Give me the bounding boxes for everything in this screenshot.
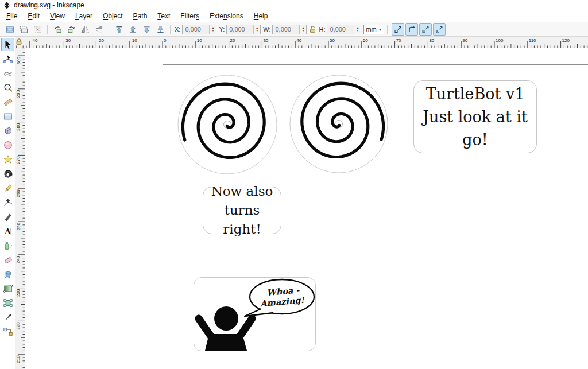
cheering-person-figure[interactable]: Whoa - Amazing!	[194, 277, 316, 351]
measure-tool-button[interactable]	[1, 95, 14, 108]
svg-text:90: 90	[462, 38, 467, 43]
dropper-tool-button[interactable]	[1, 310, 14, 324]
svg-text:80: 80	[429, 38, 434, 43]
svg-text:50: 50	[330, 38, 335, 43]
y-spinner[interactable]: ▲▼	[253, 25, 260, 34]
h-spinner[interactable]: ▲▼	[354, 25, 361, 34]
svg-text:-10: -10	[130, 38, 137, 43]
menu-edit[interactable]: Edit	[22, 11, 45, 22]
text-tool-button[interactable]: A	[1, 224, 14, 238]
w-field-label: W:	[263, 26, 270, 33]
lock-open-icon[interactable]	[310, 26, 316, 33]
scale-stroke-toggle[interactable]	[392, 23, 404, 36]
star-tool-button[interactable]	[1, 153, 14, 166]
menu-view[interactable]: View	[45, 11, 70, 22]
w-field: W: 0,000 ▲▼	[263, 25, 307, 34]
select-all-button[interactable]	[3, 23, 16, 36]
svg-text:290: 290	[16, 90, 21, 98]
w-input[interactable]: 0,000 ▲▼	[272, 25, 307, 34]
rectangle-tool-button[interactable]	[1, 110, 14, 123]
menu-help[interactable]: Help	[249, 11, 273, 22]
bezier-tool-button[interactable]	[1, 196, 14, 209]
lower-button[interactable]	[140, 23, 153, 36]
connector-tool-button[interactable]	[1, 325, 14, 338]
menu-extensions[interactable]: Extensions	[204, 11, 249, 22]
svg-text:-20: -20	[97, 38, 104, 43]
y-input[interactable]: 0,000 ▲▼	[226, 25, 261, 34]
svg-text:20: 20	[230, 38, 235, 43]
turns-right-label-line1: Now also	[211, 182, 273, 201]
eraser-tool-button[interactable]	[1, 253, 14, 266]
svg-text:70: 70	[396, 38, 401, 43]
menu-bar: FileEditViewLayerObjectPathTextFiltersEx…	[0, 10, 588, 22]
zoom-tool-button[interactable]	[1, 81, 14, 94]
rotate-90-cw-button[interactable]	[65, 23, 78, 36]
menu-layer[interactable]: Layer	[70, 11, 98, 22]
chevron-down-icon: ▼	[378, 28, 382, 32]
ellipse-tool-button[interactable]	[1, 138, 14, 152]
move-gradients-toggle[interactable]	[419, 23, 432, 36]
svg-text:240: 240	[16, 255, 21, 263]
selector-tool-button[interactable]	[1, 38, 14, 51]
raise-button[interactable]	[126, 23, 139, 36]
x-spinner[interactable]: ▲▼	[209, 25, 216, 34]
h-input[interactable]: 0,000 ▲▼	[327, 25, 361, 34]
svg-text:220: 220	[16, 322, 21, 330]
svg-text:30: 30	[263, 38, 268, 43]
deselect-button[interactable]	[31, 23, 44, 36]
raise-to-top-button[interactable]	[113, 23, 125, 36]
svg-text:260: 260	[16, 189, 21, 197]
turtlebot-label[interactable]: TurtleBot v1 Just look at it go!	[413, 80, 537, 153]
select-all-in-all-layers-button[interactable]	[17, 23, 30, 36]
menu-filters[interactable]: Filters	[175, 11, 204, 22]
flip-horizontal-button[interactable]	[79, 23, 91, 36]
unit-dropdown[interactable]: mm ▼	[363, 25, 384, 34]
svg-text:300: 300	[16, 56, 21, 64]
rotate-90-ccw-button[interactable]	[51, 23, 64, 36]
spiral-tool-button[interactable]	[1, 167, 14, 180]
turns-right-label[interactable]: Now also turns right!	[203, 187, 281, 234]
toolbar-separator	[170, 25, 171, 34]
canvas[interactable]: TurtleBot v1 Just look at it go! Now als…	[25, 48, 588, 369]
menu-path[interactable]: Path	[128, 11, 153, 22]
turns-right-label-line2: turns right!	[203, 201, 281, 239]
w-spinner[interactable]: ▲▼	[299, 25, 306, 34]
spray-tool-button[interactable]	[1, 239, 14, 252]
y-field: Y: 0,000 ▲▼	[219, 25, 261, 34]
mesh-tool-button[interactable]	[1, 296, 14, 309]
pencil-tool-button[interactable]	[1, 181, 14, 195]
scale-rounded-corners-toggle[interactable]	[405, 23, 418, 36]
turtlebot-label-line2: Just look at it go!	[414, 106, 536, 152]
svg-text:250: 250	[16, 222, 21, 230]
x-field: X: 0,000 ▲▼	[175, 25, 216, 34]
move-patterns-toggle[interactable]	[433, 23, 446, 36]
turtlebot-label-line1: TurtleBot v1	[426, 83, 525, 106]
svg-text:100: 100	[496, 38, 504, 43]
menu-object[interactable]: Object	[98, 11, 128, 22]
menu-text[interactable]: Text	[152, 11, 175, 22]
spiral-left[interactable]	[178, 75, 277, 174]
gradient-tool-button[interactable]	[1, 282, 14, 295]
toolbar-separator	[47, 25, 48, 34]
calligraphy-tool-button[interactable]	[1, 210, 14, 223]
svg-text:10: 10	[197, 38, 202, 43]
flip-vertical-button[interactable]	[92, 23, 105, 36]
paint-bucket-tool-button[interactable]	[1, 267, 14, 281]
spiral-right[interactable]	[290, 75, 388, 173]
horizontal-ruler[interactable]: -40-30-20-100102030405060708090100110120	[15, 37, 588, 48]
inkscape-logo-icon	[3, 1, 11, 9]
lower-to-bottom-button[interactable]	[154, 23, 167, 36]
tweak-tool-button[interactable]	[1, 67, 14, 80]
node-editor-tool-button[interactable]	[1, 52, 14, 65]
vertical-ruler[interactable]: 300290280270260250240230220210	[15, 48, 25, 369]
menu-file[interactable]: File	[1, 11, 22, 22]
x-input[interactable]: 0,000 ▲▼	[182, 25, 216, 34]
svg-text:60: 60	[363, 38, 368, 43]
toolbar-separator	[109, 25, 109, 34]
svg-text:-30: -30	[64, 38, 71, 43]
svg-text:-40: -40	[31, 38, 38, 43]
svg-text:A: A	[4, 226, 11, 235]
box-3d-tool-button[interactable]	[1, 124, 14, 137]
h-field: H: 0,000 ▲▼	[319, 25, 361, 34]
h-field-label: H:	[319, 26, 325, 33]
